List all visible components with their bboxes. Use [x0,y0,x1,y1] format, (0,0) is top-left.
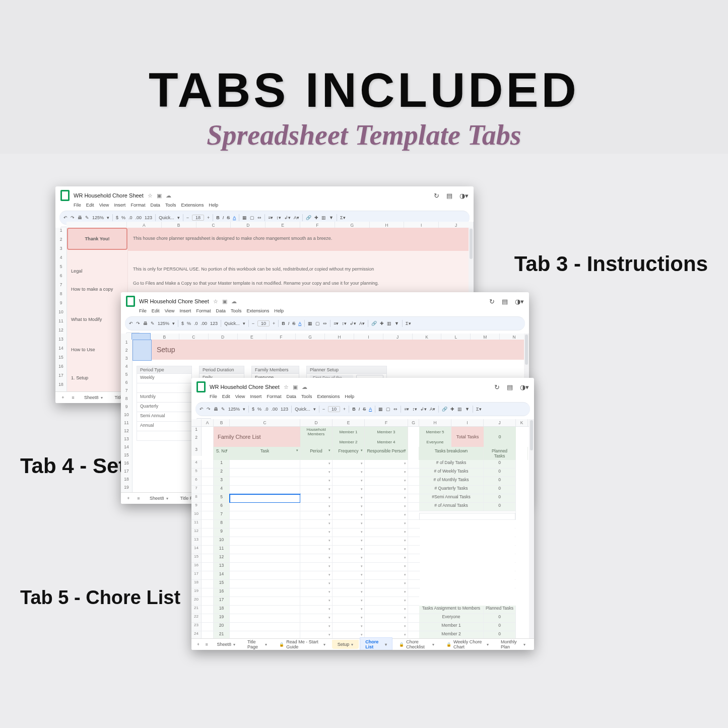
screenshot-chore-list: WR Household Chore Sheet ☆▣☁ ↻▤◑▾ FileEd… [191,378,534,650]
table-row: 1411▾▾▾ [191,546,534,554]
table-row: 1310▾▾▾ [191,537,534,546]
table-row: 118▾▾▾ [191,520,534,528]
paint-icon[interactable]: ✎ [85,215,89,220]
tab-chore-list-active[interactable]: Chore List▾ [360,637,392,650]
table-row: 85▾▾▾#Semi Annual Tasks0 [191,494,534,503]
filter-icon[interactable]: ▼ [329,215,334,220]
page-subtitle: Spreadsheet Template Tabs [0,119,728,151]
table-row: 96▾▾▾# of Annual Tasks0 [191,503,534,511]
table-row: 107▾▾▾Tasks Breakdown [191,511,534,520]
undo-icon[interactable]: ↶ [63,215,68,220]
redo-icon[interactable]: ↷ [71,215,75,220]
setup-title: Setup [152,340,529,360]
table-row: 129▾▾▾ [191,528,534,537]
label-tab-5: Tab 5 - Chore List [20,587,180,609]
table-row: 1815▾▾▾ [191,580,534,588]
page-title: TABS INCLUDED [0,62,728,118]
table-row: 41▾▾▾# of Daily Tasks0 [191,460,534,469]
column-a-selected[interactable] [132,334,150,340]
table-row: 2320▾▾▾Member 10 [191,623,534,631]
borders-icon[interactable]: ▢ [250,215,254,220]
chart-icon[interactable]: ▥ [321,215,326,220]
history-icon[interactable]: ↻ [434,192,439,200]
move-icon[interactable]: ▣ [157,192,162,199]
cloud-icon[interactable]: ☁ [166,192,171,199]
fill-icon[interactable]: ▦ [242,215,247,220]
share-icon[interactable]: ◑▾ [459,192,469,200]
table-row: 1613▾▾▾ [191,563,534,571]
label-tab-3: Tab 3 - Instructions [514,252,708,276]
table-row: 63▾▾▾# of Monthly Tasks0 [191,477,534,486]
filter-icon[interactable]: ▾ [226,448,228,452]
table-row: 2017▾▾▾ [191,597,534,606]
star-icon[interactable]: ☆ [148,192,153,199]
table-row: 74▾▾▾# Quarterly Tasks0 [191,486,534,494]
doc-title[interactable]: WR Household Chore Sheet [74,192,144,198]
lock-icon: 🔒 [279,642,284,647]
thank-you-header: Thank You! [68,229,126,249]
tab-sheet8[interactable]: Sheet8▾ [79,393,108,402]
sheets-icon [196,381,206,392]
table-row: 2219▾▾▾Everyone0 [191,614,534,623]
menu-bar[interactable]: FileEditView InsertFormatData ToolsExten… [55,202,474,210]
table-row: 1916▾▾▾ [191,588,534,597]
merge-icon[interactable]: ⇔ [257,215,261,220]
add-sheet-icon[interactable]: + [58,395,68,400]
link-icon[interactable]: 🔗 [306,215,311,220]
table-row: 52▾▾▾# of Weekly Tasks0 [191,469,534,477]
table-row: 2118▾▾▾Tasks Assignment to MembersPlanne… [191,606,534,614]
all-sheets-icon[interactable]: ≡ [69,395,78,400]
print-icon[interactable]: 🖶 [78,215,82,220]
table-row: 1512▾▾▾ [191,554,534,563]
sheets-icon [60,190,70,201]
sheets-icon [126,296,135,307]
comments-icon[interactable]: ▤ [446,192,452,200]
table-row: 1714▾▾▾ [191,571,534,580]
comment-icon[interactable]: ✚ [314,215,318,220]
